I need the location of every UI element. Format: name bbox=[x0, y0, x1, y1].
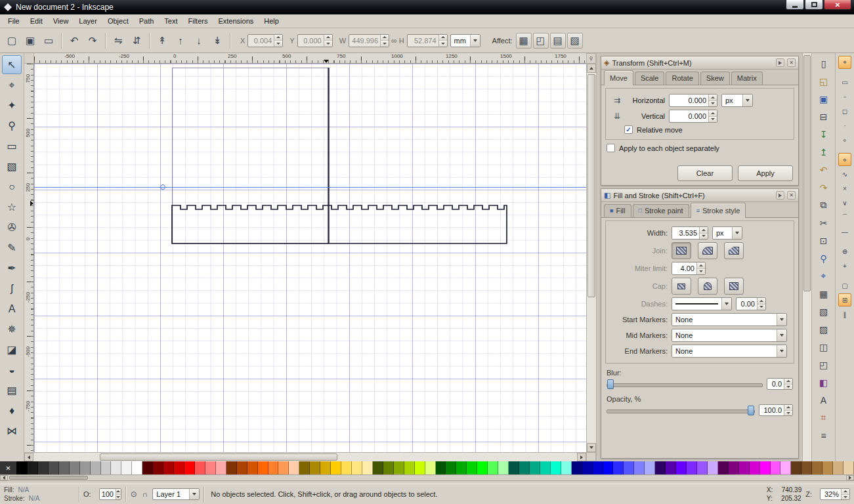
menu-file[interactable]: File bbox=[3, 15, 25, 27]
palette-scroll-left[interactable] bbox=[0, 475, 8, 480]
document-new-button[interactable]: ▯ bbox=[815, 54, 832, 72]
swatch-008000[interactable] bbox=[446, 461, 456, 474]
raise-to-top-button[interactable]: ↟ bbox=[154, 32, 171, 49]
snap-paths-toggle[interactable]: ∿ bbox=[838, 167, 851, 180]
cut-button[interactable]: ✂ bbox=[815, 214, 832, 232]
menu-filters[interactable]: Filters bbox=[183, 15, 213, 27]
swatch-ffcc00[interactable] bbox=[331, 461, 341, 474]
snap-guides-toggle[interactable]: ∥ bbox=[838, 308, 851, 321]
zoom-drawing-button[interactable]: ⚲ bbox=[815, 249, 832, 267]
menu-object[interactable]: Object bbox=[102, 15, 134, 27]
ungroup-button[interactable]: ◰ bbox=[815, 356, 832, 373]
dashes-combo[interactable] bbox=[672, 297, 732, 310]
dropper-tool[interactable]: ♦ bbox=[2, 401, 22, 420]
align-dialog-button[interactable]: ≡ bbox=[815, 427, 832, 444]
node-tool[interactable]: ⌖ bbox=[2, 75, 22, 94]
swatch-0000ff[interactable] bbox=[603, 461, 614, 474]
swatch-ff9955[interactable] bbox=[278, 461, 289, 474]
apply-button[interactable]: Apply bbox=[738, 165, 793, 181]
swatch-ffe680[interactable] bbox=[352, 461, 362, 474]
swatch-d4aa00[interactable] bbox=[320, 461, 331, 474]
swatch-ccff00[interactable] bbox=[415, 461, 425, 474]
scale-rounded-corners-toggle[interactable]: ◰ bbox=[533, 33, 549, 49]
cap-round-button[interactable] bbox=[698, 278, 717, 295]
rotation-centers-toggle[interactable]: + bbox=[838, 259, 851, 272]
bbox-corners-toggle[interactable]: ◻ bbox=[838, 104, 851, 117]
swatch-00aa88[interactable] bbox=[530, 461, 540, 474]
swatch-9955ff[interactable] bbox=[697, 461, 708, 474]
swatch-5500aa[interactable] bbox=[666, 461, 676, 474]
swatch-2a2aff[interactable] bbox=[613, 461, 624, 474]
swatch-445500[interactable] bbox=[373, 461, 383, 474]
fill-stroke-indicator[interactable]: Fill:N/A Stroke:N/A bbox=[4, 486, 75, 503]
select-all-layers-button[interactable]: ▣ bbox=[22, 32, 39, 49]
layer-selector-combo[interactable]: Layer 1 bbox=[152, 488, 200, 500]
join-round-button[interactable] bbox=[698, 242, 717, 259]
mid-markers-combo[interactable]: None bbox=[672, 329, 787, 342]
ellipse-tool[interactable]: ○ bbox=[2, 177, 22, 196]
zoom-input[interactable]: 32% bbox=[820, 488, 850, 500]
swatch-550055[interactable] bbox=[718, 461, 729, 474]
end-markers-combo[interactable]: None bbox=[672, 345, 787, 358]
horizontal-input[interactable]: 0.000 bbox=[669, 94, 717, 107]
swatch-00ffcc[interactable] bbox=[551, 461, 561, 474]
cusp-nodes-toggle[interactable]: ∨ bbox=[838, 196, 851, 209]
document-open-button[interactable]: ◱ bbox=[815, 72, 832, 90]
canvas-top-right-corner[interactable]: ⚲ bbox=[586, 53, 596, 64]
menu-extensions[interactable]: Extensions bbox=[213, 15, 259, 27]
swatch-b98a49[interactable] bbox=[822, 461, 833, 474]
star-tool[interactable]: ☆ bbox=[2, 198, 22, 217]
fill-stroke-panel-header[interactable]: ◧ Fill and Stroke (Shift+Ctrl+F) ✕ bbox=[601, 189, 798, 202]
line-midpoints-toggle[interactable]: — bbox=[838, 225, 851, 238]
object-opacity-input[interactable]: 100 bbox=[99, 488, 121, 500]
swatch-ff6600[interactable] bbox=[258, 461, 268, 474]
menu-edit[interactable]: Edit bbox=[25, 15, 48, 27]
width-spinner[interactable] bbox=[380, 35, 389, 47]
scroll-up-arrow[interactable] bbox=[587, 64, 596, 73]
swatch-ff55ff[interactable] bbox=[771, 461, 781, 474]
tab-skew[interactable]: Skew bbox=[700, 72, 730, 85]
lower-button[interactable]: ↓ bbox=[190, 32, 207, 49]
minimize-button[interactable] bbox=[786, 0, 804, 10]
fill-stroke-dialog-button[interactable]: ◧ bbox=[815, 373, 832, 391]
snap-grid-toggle[interactable]: ⊞ bbox=[838, 293, 851, 306]
swatch-80ffe6[interactable] bbox=[561, 461, 572, 474]
fill-stroke-close-button[interactable]: ✕ bbox=[787, 191, 796, 200]
swatch-ff7f2a[interactable] bbox=[268, 461, 279, 474]
swatch-00d4aa[interactable] bbox=[540, 461, 551, 474]
transform-panel-header[interactable]: ◈ Transform (Shift+Ctrl+M) ✕ bbox=[601, 56, 798, 70]
swatch-999999[interactable] bbox=[80, 461, 91, 474]
swatch-ff00ff[interactable] bbox=[760, 461, 771, 474]
opacity-slider-thumb[interactable] bbox=[748, 406, 754, 415]
swatch-00ff00[interactable] bbox=[477, 461, 488, 474]
swatch-e6e6e6[interactable] bbox=[111, 461, 121, 474]
scroll-right-arrow[interactable] bbox=[577, 453, 586, 461]
join-miter-button[interactable] bbox=[672, 242, 691, 259]
scale-stroke-width-toggle[interactable]: ▦ bbox=[516, 33, 532, 49]
transform-gradients-toggle[interactable]: ▤ bbox=[550, 33, 566, 49]
swatch-aaaaff[interactable] bbox=[645, 461, 655, 474]
vscroll-thumb[interactable] bbox=[587, 74, 595, 297]
blur-input[interactable]: 0.0 bbox=[767, 378, 793, 390]
bbox-centers-toggle[interactable]: ∘ bbox=[838, 133, 851, 146]
swatch-88aa00[interactable] bbox=[394, 461, 404, 474]
rotate-90-ccw-button[interactable]: ↶ bbox=[66, 32, 83, 49]
swatch-ffaaaa[interactable] bbox=[216, 461, 226, 474]
unit-combo[interactable]: mm bbox=[450, 34, 480, 47]
swatch-0000d4[interactable] bbox=[593, 461, 603, 474]
swatch-008066[interactable] bbox=[519, 461, 530, 474]
select-all-button[interactable]: ▢ bbox=[3, 32, 20, 49]
zoom-tool[interactable]: ⚲ bbox=[2, 116, 22, 135]
swatch-b3b3b3[interactable] bbox=[91, 461, 101, 474]
relative-move-checkbox[interactable]: ✓ bbox=[624, 125, 633, 134]
blur-slider[interactable] bbox=[607, 379, 763, 389]
import-button[interactable]: ↧ bbox=[815, 125, 832, 143]
flip-horizontal-button[interactable]: ⇋ bbox=[110, 32, 127, 49]
swatch-000080[interactable] bbox=[572, 461, 582, 474]
swatch-aa0000[interactable] bbox=[163, 461, 174, 474]
swatch-ff0000[interactable] bbox=[184, 461, 195, 474]
cap-square-button[interactable] bbox=[724, 278, 744, 295]
swatch-ffffff[interactable] bbox=[132, 461, 142, 474]
dock-scrollbar[interactable] bbox=[802, 53, 811, 461]
eraser-tool[interactable]: ◪ bbox=[2, 340, 22, 359]
